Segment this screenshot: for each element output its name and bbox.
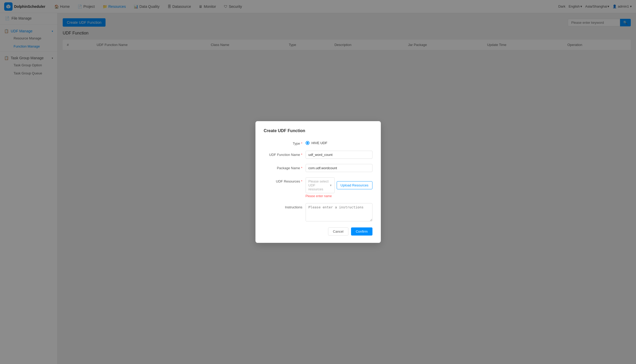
package-name-required-star: * bbox=[301, 166, 302, 170]
udf-function-name-label: UDF Function Name * bbox=[264, 151, 306, 157]
udf-resources-required-star: * bbox=[301, 179, 302, 183]
package-name-input[interactable] bbox=[306, 164, 372, 172]
hive-udf-label: HIVE UDF bbox=[312, 141, 328, 145]
udf-name-required-star: * bbox=[301, 153, 302, 157]
form-row-udf-resources: UDF Resources * Please select UDF resour… bbox=[264, 177, 372, 198]
chevron-down-icon: ▾ bbox=[330, 183, 332, 187]
modal-footer: Cancel Confirm bbox=[264, 227, 372, 236]
udf-resources-select[interactable]: Please select UDF resources ▾ bbox=[306, 177, 335, 193]
form-row-package-name: Package Name * bbox=[264, 164, 372, 172]
package-name-label: Package Name * bbox=[264, 164, 306, 170]
cancel-button[interactable]: Cancel bbox=[328, 227, 348, 236]
udf-resources-row: Please select UDF resources ▾ Upload Res… bbox=[306, 177, 372, 193]
hive-udf-radio[interactable] bbox=[306, 141, 310, 145]
udf-function-name-input[interactable] bbox=[306, 151, 372, 159]
form-row-type: Type * HIVE UDF bbox=[264, 139, 372, 145]
modal-overlay: Create UDF Function Type * HIVE UDF bbox=[57, 13, 636, 364]
udf-function-name-field bbox=[306, 151, 372, 159]
create-udf-modal: Create UDF Function Type * HIVE UDF bbox=[255, 121, 381, 243]
package-name-field bbox=[306, 164, 372, 172]
udf-resources-field: Please select UDF resources ▾ Upload Res… bbox=[306, 177, 372, 198]
layout: 📄 File Manage 📋 UDF Manage ▾ Resource Ma… bbox=[0, 13, 636, 364]
udf-resources-error: Please enter name bbox=[306, 194, 372, 198]
instructions-label: Instructions bbox=[264, 203, 306, 209]
type-label: Type * bbox=[264, 139, 306, 145]
instructions-textarea[interactable] bbox=[306, 203, 372, 221]
form-row-udf-function-name: UDF Function Name * bbox=[264, 151, 372, 159]
main-content: Create UDF Function 🔍 UDF Function # UDF… bbox=[57, 13, 636, 364]
upload-resources-button[interactable]: Upload Resources bbox=[337, 181, 372, 189]
type-radio-group: HIVE UDF bbox=[306, 139, 372, 145]
radio-inner bbox=[307, 142, 308, 144]
form-row-instructions: Instructions bbox=[264, 203, 372, 222]
type-field: HIVE UDF bbox=[306, 139, 372, 145]
instructions-field bbox=[306, 203, 372, 222]
type-required-star: * bbox=[301, 142, 302, 145]
confirm-button[interactable]: Confirm bbox=[351, 227, 372, 236]
modal-title: Create UDF Function bbox=[264, 128, 372, 133]
udf-resources-label: UDF Resources * bbox=[264, 177, 306, 183]
